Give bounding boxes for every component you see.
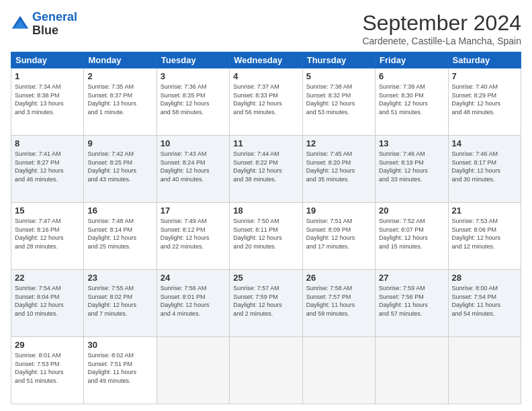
day-number: 30 [87,340,152,350]
calendar-cell: 29Sunrise: 8:01 AM Sunset: 7:53 PM Dayli… [11,337,84,404]
header-row: Sunday Monday Tuesday Wednesday Thursday… [11,52,521,68]
calendar-cell: 12Sunrise: 7:45 AM Sunset: 8:20 PM Dayli… [302,136,375,203]
calendar-cell: 22Sunrise: 7:54 AM Sunset: 8:04 PM Dayli… [11,270,84,337]
page: General Blue September 2024 Cardenete, C… [0,0,532,411]
day-info: Sunrise: 7:37 AM Sunset: 8:33 PM Dayligh… [233,83,298,116]
subtitle: Cardenete, Castille-La Mancha, Spain [362,36,521,46]
day-info: Sunrise: 7:56 AM Sunset: 8:01 PM Dayligh… [161,284,226,318]
day-number: 9 [87,138,152,148]
day-number: 28 [452,273,517,283]
calendar-cell [302,337,375,404]
day-info: Sunrise: 7:35 AM Sunset: 8:37 PM Dayligh… [87,83,152,116]
calendar-cell: 3Sunrise: 7:36 AM Sunset: 8:35 PM Daylig… [157,68,229,136]
calendar-cell: 7Sunrise: 7:40 AM Sunset: 8:29 PM Daylig… [448,68,521,136]
calendar-cell: 11Sunrise: 7:44 AM Sunset: 8:22 PM Dayli… [230,136,302,203]
day-info: Sunrise: 7:53 AM Sunset: 8:06 PM Dayligh… [452,217,517,250]
day-info: Sunrise: 7:52 AM Sunset: 8:07 PM Dayligh… [379,217,444,250]
day-info: Sunrise: 8:01 AM Sunset: 7:53 PM Dayligh… [15,351,80,385]
day-number: 14 [452,138,517,148]
calendar-cell: 24Sunrise: 7:56 AM Sunset: 8:01 PM Dayli… [157,270,229,337]
calendar-cell: 14Sunrise: 7:46 AM Sunset: 8:17 PM Dayli… [448,136,521,203]
day-number: 23 [87,273,152,283]
calendar-cell: 2Sunrise: 7:35 AM Sunset: 8:37 PM Daylig… [84,68,157,136]
calendar-cell [448,337,521,404]
day-number: 26 [306,273,371,283]
calendar-table: Sunday Monday Tuesday Wednesday Thursday… [11,52,521,404]
day-number: 25 [233,273,298,283]
day-number: 2 [87,71,152,81]
calendar-week-1: 1Sunrise: 7:34 AM Sunset: 8:38 PM Daylig… [11,68,521,136]
day-info: Sunrise: 7:41 AM Sunset: 8:27 PM Dayligh… [15,150,80,183]
calendar-week-2: 8Sunrise: 7:41 AM Sunset: 8:27 PM Daylig… [11,136,521,203]
day-number: 8 [15,138,80,148]
calendar-cell: 21Sunrise: 7:53 AM Sunset: 8:06 PM Dayli… [448,203,521,270]
day-info: Sunrise: 7:42 AM Sunset: 8:25 PM Dayligh… [87,150,152,183]
day-info: Sunrise: 7:46 AM Sunset: 8:19 PM Dayligh… [379,150,444,183]
day-number: 1 [15,71,80,81]
day-info: Sunrise: 7:50 AM Sunset: 8:11 PM Dayligh… [233,217,298,250]
calendar-cell: 9Sunrise: 7:42 AM Sunset: 8:25 PM Daylig… [84,136,157,203]
calendar-week-5: 29Sunrise: 8:01 AM Sunset: 7:53 PM Dayli… [11,337,521,404]
day-info: Sunrise: 7:47 AM Sunset: 8:16 PM Dayligh… [15,217,80,250]
day-info: Sunrise: 7:59 AM Sunset: 7:56 PM Dayligh… [379,284,444,318]
calendar-cell: 1Sunrise: 7:34 AM Sunset: 8:38 PM Daylig… [11,68,84,136]
day-number: 18 [233,205,298,216]
day-number: 12 [306,138,371,148]
day-number: 5 [306,71,371,81]
day-number: 20 [379,205,444,216]
calendar-week-3: 15Sunrise: 7:47 AM Sunset: 8:16 PM Dayli… [11,203,521,270]
logo-text: General Blue [32,11,77,38]
day-number: 29 [15,340,80,350]
day-info: Sunrise: 7:58 AM Sunset: 7:57 PM Dayligh… [306,284,371,318]
day-number: 27 [379,273,444,283]
day-info: Sunrise: 7:49 AM Sunset: 8:12 PM Dayligh… [161,217,226,250]
calendar-cell [375,337,448,404]
title-block: September 2024 Cardenete, Castille-La Ma… [362,11,521,46]
day-info: Sunrise: 7:48 AM Sunset: 8:14 PM Dayligh… [87,217,152,250]
col-monday: Monday [84,52,157,68]
calendar-cell: 17Sunrise: 7:49 AM Sunset: 8:12 PM Dayli… [157,203,229,270]
day-number: 7 [452,71,517,81]
day-info: Sunrise: 7:45 AM Sunset: 8:20 PM Dayligh… [306,150,371,183]
calendar-cell: 15Sunrise: 7:47 AM Sunset: 8:16 PM Dayli… [11,203,84,270]
day-info: Sunrise: 7:40 AM Sunset: 8:29 PM Dayligh… [452,83,517,116]
day-info: Sunrise: 7:55 AM Sunset: 8:02 PM Dayligh… [87,284,152,318]
calendar-cell [157,337,229,404]
day-number: 22 [15,273,80,283]
logo-icon [11,15,30,34]
day-number: 11 [233,138,298,148]
day-number: 13 [379,138,444,148]
calendar-cell: 20Sunrise: 7:52 AM Sunset: 8:07 PM Dayli… [375,203,448,270]
calendar-cell: 30Sunrise: 8:02 AM Sunset: 7:51 PM Dayli… [84,337,157,404]
col-thursday: Thursday [302,52,375,68]
calendar-cell: 19Sunrise: 7:51 AM Sunset: 8:09 PM Dayli… [302,203,375,270]
calendar-week-4: 22Sunrise: 7:54 AM Sunset: 8:04 PM Dayli… [11,270,521,337]
header: General Blue September 2024 Cardenete, C… [11,11,521,46]
day-number: 4 [233,71,298,81]
day-info: Sunrise: 7:54 AM Sunset: 8:04 PM Dayligh… [15,284,80,318]
calendar-cell: 5Sunrise: 7:38 AM Sunset: 8:32 PM Daylig… [302,68,375,136]
day-info: Sunrise: 7:38 AM Sunset: 8:32 PM Dayligh… [306,83,371,116]
day-info: Sunrise: 7:34 AM Sunset: 8:38 PM Dayligh… [15,83,80,116]
calendar-cell: 16Sunrise: 7:48 AM Sunset: 8:14 PM Dayli… [84,203,157,270]
day-info: Sunrise: 7:39 AM Sunset: 8:30 PM Dayligh… [379,83,444,116]
calendar-cell: 8Sunrise: 7:41 AM Sunset: 8:27 PM Daylig… [11,136,84,203]
day-number: 19 [306,205,371,216]
col-friday: Friday [375,52,448,68]
day-number: 15 [15,205,80,216]
col-saturday: Saturday [448,52,521,68]
col-wednesday: Wednesday [230,52,302,68]
calendar-cell: 4Sunrise: 7:37 AM Sunset: 8:33 PM Daylig… [230,68,302,136]
day-number: 21 [452,205,517,216]
calendar-cell: 13Sunrise: 7:46 AM Sunset: 8:19 PM Dayli… [375,136,448,203]
calendar-cell: 25Sunrise: 7:57 AM Sunset: 7:59 PM Dayli… [230,270,302,337]
calendar-cell: 18Sunrise: 7:50 AM Sunset: 8:11 PM Dayli… [230,203,302,270]
calendar-cell: 28Sunrise: 8:00 AM Sunset: 7:54 PM Dayli… [448,270,521,337]
calendar-cell: 23Sunrise: 7:55 AM Sunset: 8:02 PM Dayli… [84,270,157,337]
logo: General Blue [11,11,77,38]
day-number: 10 [161,138,226,148]
day-number: 3 [161,71,226,81]
calendar-cell: 6Sunrise: 7:39 AM Sunset: 8:30 PM Daylig… [375,68,448,136]
day-info: Sunrise: 7:36 AM Sunset: 8:35 PM Dayligh… [161,83,226,116]
month-title: September 2024 [362,11,521,36]
